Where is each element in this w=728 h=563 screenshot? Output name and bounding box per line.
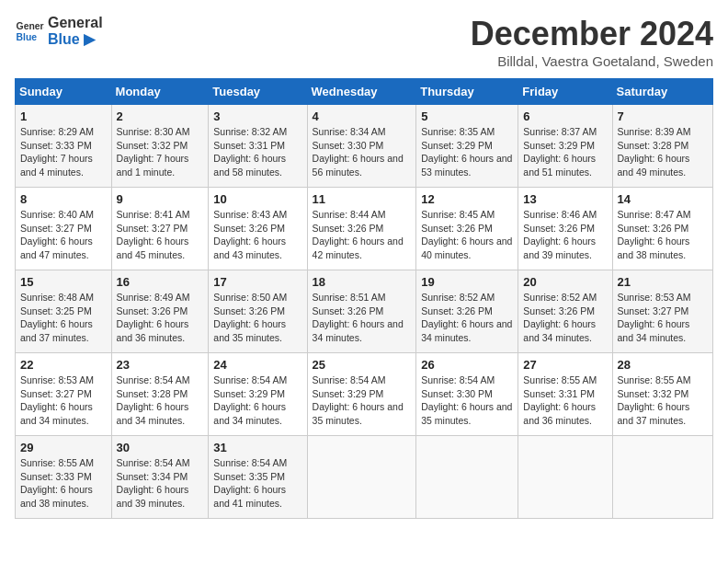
- title-area: December 2024 Billdal, Vaestra Goetaland…: [471, 15, 713, 69]
- logo-blue: Blue ▶: [48, 31, 103, 48]
- logo-general: General: [48, 15, 103, 31]
- day-cell: 7 Sunrise: 8:39 AM Sunset: 3:28 PM Dayli…: [612, 105, 712, 188]
- day-number: 14: [618, 192, 708, 206]
- sunrise-text: Sunrise: 8:53 AM: [618, 291, 708, 304]
- day-info: Sunrise: 8:52 AM Sunset: 3:26 PM Dayligh…: [523, 291, 607, 345]
- day-number: 19: [421, 275, 513, 289]
- day-number: 28: [618, 358, 708, 372]
- day-info: Sunrise: 8:35 AM Sunset: 3:29 PM Dayligh…: [421, 125, 513, 179]
- day-cell: 28 Sunrise: 8:55 AM Sunset: 3:32 PM Dayl…: [612, 353, 712, 436]
- sunrise-text: Sunrise: 8:50 AM: [213, 291, 301, 304]
- daylight-text: Daylight: 6 hours and 35 minutes.: [213, 317, 301, 344]
- day-number: 8: [20, 192, 107, 206]
- daylight-text: Daylight: 6 hours and 39 minutes.: [523, 235, 607, 261]
- svg-text:Blue: Blue: [17, 31, 38, 41]
- day-cell: 21 Sunrise: 8:53 AM Sunset: 3:27 PM Dayl…: [612, 270, 712, 353]
- daylight-text: Daylight: 6 hours and 39 minutes.: [117, 483, 204, 510]
- day-cell: 25 Sunrise: 8:54 AM Sunset: 3:29 PM Dayl…: [307, 353, 416, 436]
- day-number: 12: [421, 192, 513, 206]
- daylight-text: Daylight: 6 hours and 35 minutes.: [421, 400, 513, 427]
- day-number: 5: [421, 109, 513, 123]
- sunrise-text: Sunrise: 8:48 AM: [20, 291, 107, 304]
- day-info: Sunrise: 8:54 AM Sunset: 3:34 PM Dayligh…: [117, 456, 204, 511]
- daylight-text: Daylight: 6 hours and 36 minutes.: [117, 317, 204, 344]
- day-cell: [612, 436, 712, 519]
- day-number: 24: [213, 358, 301, 372]
- daylight-text: Daylight: 6 hours and 56 minutes.: [313, 152, 412, 178]
- day-cell: [518, 436, 612, 519]
- daylight-text: Daylight: 6 hours and 58 minutes.: [213, 152, 301, 178]
- sunset-text: Sunset: 3:27 PM: [618, 304, 708, 318]
- day-cell: 6 Sunrise: 8:37 AM Sunset: 3:29 PM Dayli…: [518, 105, 612, 188]
- day-cell: 5 Sunrise: 8:35 AM Sunset: 3:29 PM Dayli…: [416, 105, 518, 188]
- sunrise-text: Sunrise: 8:54 AM: [117, 373, 204, 387]
- day-cell: 4 Sunrise: 8:34 AM Sunset: 3:30 PM Dayli…: [307, 105, 416, 188]
- week-row-4: 22 Sunrise: 8:53 AM Sunset: 3:27 PM Dayl…: [16, 353, 713, 436]
- day-info: Sunrise: 8:45 AM Sunset: 3:26 PM Dayligh…: [421, 208, 513, 262]
- week-row-5: 29 Sunrise: 8:55 AM Sunset: 3:33 PM Dayl…: [16, 436, 713, 519]
- day-number: 18: [313, 275, 412, 289]
- day-info: Sunrise: 8:48 AM Sunset: 3:25 PM Dayligh…: [20, 291, 107, 345]
- day-cell: 1 Sunrise: 8:29 AM Sunset: 3:33 PM Dayli…: [16, 105, 112, 188]
- day-number: 6: [523, 109, 607, 123]
- day-info: Sunrise: 8:55 AM Sunset: 3:32 PM Dayligh…: [618, 373, 708, 428]
- day-info: Sunrise: 8:51 AM Sunset: 3:26 PM Dayligh…: [313, 291, 412, 345]
- sunset-text: Sunset: 3:25 PM: [20, 304, 107, 318]
- daylight-text: Daylight: 6 hours and 34 minutes.: [618, 317, 708, 344]
- day-number: 15: [20, 275, 107, 289]
- sunrise-text: Sunrise: 8:29 AM: [20, 125, 107, 139]
- logo-icon: General Blue: [15, 17, 44, 46]
- day-number: 21: [618, 275, 708, 289]
- sunrise-text: Sunrise: 8:30 AM: [117, 125, 204, 139]
- sunset-text: Sunset: 3:29 PM: [421, 139, 513, 153]
- sunset-text: Sunset: 3:26 PM: [313, 304, 412, 318]
- daylight-text: Daylight: 6 hours and 42 minutes.: [313, 235, 412, 261]
- day-info: Sunrise: 8:55 AM Sunset: 3:31 PM Dayligh…: [523, 373, 607, 428]
- sunrise-text: Sunrise: 8:37 AM: [523, 125, 607, 139]
- day-info: Sunrise: 8:54 AM Sunset: 3:29 PM Dayligh…: [313, 373, 412, 428]
- week-row-3: 15 Sunrise: 8:48 AM Sunset: 3:25 PM Dayl…: [16, 270, 713, 353]
- daylight-text: Daylight: 7 hours and 4 minutes.: [20, 152, 107, 178]
- sunset-text: Sunset: 3:33 PM: [20, 470, 107, 484]
- weekday-saturday: Saturday: [612, 79, 712, 105]
- logo: General Blue General Blue ▶: [15, 15, 103, 47]
- day-info: Sunrise: 8:54 AM Sunset: 3:35 PM Dayligh…: [213, 456, 301, 511]
- day-info: Sunrise: 8:44 AM Sunset: 3:26 PM Dayligh…: [313, 208, 412, 262]
- sunrise-text: Sunrise: 8:32 AM: [213, 125, 301, 139]
- daylight-text: Daylight: 6 hours and 51 minutes.: [523, 152, 607, 178]
- day-info: Sunrise: 8:29 AM Sunset: 3:33 PM Dayligh…: [20, 125, 107, 179]
- sunrise-text: Sunrise: 8:54 AM: [213, 456, 301, 470]
- sunset-text: Sunset: 3:29 PM: [313, 387, 412, 401]
- sunrise-text: Sunrise: 8:55 AM: [618, 373, 708, 387]
- sunrise-text: Sunrise: 8:54 AM: [117, 456, 204, 470]
- day-number: 11: [313, 192, 412, 206]
- day-number: 2: [117, 109, 204, 123]
- sunset-text: Sunset: 3:30 PM: [421, 387, 513, 401]
- daylight-text: Daylight: 6 hours and 38 minutes.: [618, 235, 708, 261]
- day-number: 10: [213, 192, 301, 206]
- day-number: 4: [313, 109, 412, 123]
- sunset-text: Sunset: 3:26 PM: [421, 304, 513, 318]
- daylight-text: Daylight: 6 hours and 40 minutes.: [421, 235, 513, 261]
- daylight-text: Daylight: 6 hours and 38 minutes.: [20, 483, 107, 510]
- weekday-thursday: Thursday: [416, 79, 518, 105]
- sunrise-text: Sunrise: 8:55 AM: [523, 373, 607, 387]
- sunset-text: Sunset: 3:27 PM: [20, 387, 107, 401]
- day-cell: 22 Sunrise: 8:53 AM Sunset: 3:27 PM Dayl…: [16, 353, 112, 436]
- sunset-text: Sunset: 3:29 PM: [523, 139, 607, 153]
- day-number: 3: [213, 109, 301, 123]
- daylight-text: Daylight: 6 hours and 34 minutes.: [117, 400, 204, 427]
- weekday-header-row: SundayMondayTuesdayWednesdayThursdayFrid…: [16, 79, 713, 105]
- day-cell: 24 Sunrise: 8:54 AM Sunset: 3:29 PM Dayl…: [209, 353, 307, 436]
- daylight-text: Daylight: 6 hours and 36 minutes.: [523, 400, 607, 427]
- day-number: 13: [523, 192, 607, 206]
- day-info: Sunrise: 8:40 AM Sunset: 3:27 PM Dayligh…: [20, 208, 107, 262]
- day-cell: 29 Sunrise: 8:55 AM Sunset: 3:33 PM Dayl…: [16, 436, 112, 519]
- day-cell: 20 Sunrise: 8:52 AM Sunset: 3:26 PM Dayl…: [518, 270, 612, 353]
- daylight-text: Daylight: 6 hours and 34 minutes.: [213, 400, 301, 427]
- day-cell: 23 Sunrise: 8:54 AM Sunset: 3:28 PM Dayl…: [111, 353, 209, 436]
- day-number: 23: [117, 358, 204, 372]
- daylight-text: Daylight: 6 hours and 35 minutes.: [313, 400, 412, 427]
- sunrise-text: Sunrise: 8:39 AM: [618, 125, 708, 139]
- daylight-text: Daylight: 7 hours and 1 minute.: [117, 152, 204, 178]
